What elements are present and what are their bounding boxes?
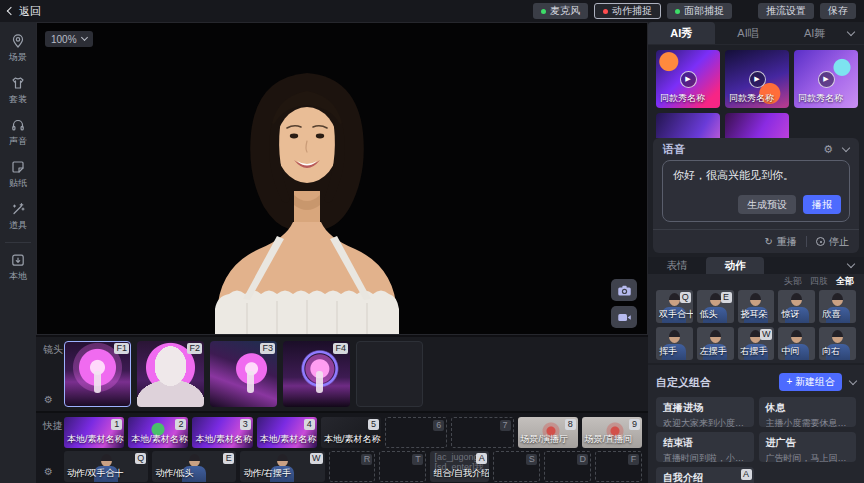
microphone-button[interactable]: 麦克风 <box>533 3 588 19</box>
shortcut-slot[interactable]: 9场景/直播间 <box>582 417 642 448</box>
action-item[interactable]: W右摆手 <box>738 327 775 360</box>
combo-collapse-chevron-icon[interactable] <box>849 376 857 384</box>
shortcut-label: 场景/演播厅 <box>521 433 569 446</box>
action-item[interactable]: 中间 <box>778 327 815 360</box>
shortcut-slot[interactable]: 5本地/素材名称 <box>321 417 381 448</box>
combo-card-title: 直播进场 <box>663 401 747 415</box>
tab-action[interactable]: 动作 <box>706 257 764 274</box>
shortcut-slot-combo[interactable]: [ac_jugong][sd_enter]我叫小…A组合/自我介绍 <box>430 451 489 482</box>
combo-card[interactable]: A 自我介绍 [ac_jugong][sd_enter]我叫小… <box>656 467 754 483</box>
ai-show-card-partial[interactable] <box>656 113 720 138</box>
action-item[interactable]: 左摆手 <box>697 327 734 360</box>
shortcut-slot-empty[interactable]: R <box>329 451 376 482</box>
ai-show-card[interactable]: ▶ 同款秀名称 <box>656 50 720 108</box>
shortcut-slot-empty[interactable]: 7 <box>451 417 513 448</box>
combo-card[interactable]: 休息 主播小度需要休息一下，请稍等… <box>759 397 857 427</box>
shortcut-label: 组合/自我介绍 <box>433 467 489 480</box>
sidebar-item-props[interactable]: 道具 <box>0 196 36 238</box>
action-item[interactable]: 欣喜 <box>819 290 856 323</box>
camera-slot[interactable]: F4 <box>283 341 350 407</box>
tab-ai-show[interactable]: AI秀 <box>648 22 715 44</box>
back-button[interactable]: 返回 <box>8 4 41 19</box>
camera-slot[interactable]: F1 <box>64 341 131 407</box>
shortcut-label: 本地/素材名称 <box>195 433 252 446</box>
shortcut-slot-empty[interactable]: 6 <box>385 417 447 448</box>
shortcut-slot-empty[interactable]: T <box>379 451 426 482</box>
action-item[interactable]: E低头 <box>697 290 734 323</box>
shortcut-slot[interactable]: 8场景/演播厅 <box>518 417 578 448</box>
back-label: 返回 <box>19 4 41 19</box>
ai-show-card-partial[interactable] <box>725 113 789 138</box>
shortcut-slot-action[interactable]: Q动作/双手合十 <box>64 451 148 482</box>
left-sidebar: 场景 套装 声音 贴纸 道具 本地 <box>0 22 36 483</box>
camera-slot[interactable]: F3 <box>210 341 277 407</box>
voice-collapse-chevron-icon[interactable] <box>842 143 850 151</box>
replay-label: 重播 <box>777 235 797 249</box>
broadcast-button[interactable]: 播报 <box>803 195 841 214</box>
combo-card[interactable]: 直播进场 欢迎大家来到小度直播间[ac/… <box>656 397 754 427</box>
shortcut-slot[interactable]: 2本地/素材名称 <box>128 417 188 448</box>
shortcuts-settings-gear-icon[interactable]: ⚙ <box>44 466 53 477</box>
stop-label: 停止 <box>829 235 849 249</box>
screenshot-camera-button[interactable] <box>611 279 637 301</box>
hotkey-badge: E <box>721 292 732 303</box>
motion-capture-button[interactable]: 动作捕捉 <box>594 3 661 19</box>
camera-slot[interactable]: F2 <box>137 341 204 407</box>
avatar-viewport[interactable]: 100% <box>36 22 648 335</box>
action-item[interactable]: 惊讶 <box>778 290 815 323</box>
replay-button[interactable]: ↻ 重播 <box>765 235 797 249</box>
camera-settings-gear-icon[interactable]: ⚙ <box>44 394 53 405</box>
filter-all[interactable]: 全部 <box>836 275 854 288</box>
shortcut-slot-empty[interactable]: S <box>493 451 540 482</box>
action-item[interactable]: 向右 <box>819 327 856 360</box>
sidebar-item-local[interactable]: 本地 <box>0 247 36 289</box>
ai-show-card[interactable]: ▶ 同款秀名称 <box>725 50 789 108</box>
footer-divider <box>806 236 807 247</box>
shortcut-slot-action[interactable]: E动作/低头 <box>152 451 236 482</box>
filter-head[interactable]: 头部 <box>784 275 802 288</box>
generate-preset-button[interactable]: 生成预设 <box>738 195 796 214</box>
action-item[interactable]: 挠耳朵 <box>738 290 775 323</box>
ai-show-card[interactable]: ▶ 同款秀名称 <box>794 50 858 108</box>
shortcut-slot-action[interactable]: W动作/右摆手 <box>240 451 324 482</box>
ai-show-card-label: 同款秀名称 <box>660 92 705 105</box>
action-item[interactable]: Q双手合十 <box>656 290 693 323</box>
hotkey-badge: F2 <box>187 343 202 354</box>
sidebar-item-scene[interactable]: 场景 <box>0 28 36 70</box>
shortcut-slot-empty[interactable]: D <box>544 451 591 482</box>
ai-panel-collapse-button[interactable] <box>848 22 864 44</box>
ai-show-card-label: 同款秀名称 <box>798 92 843 105</box>
tab-ai-sing[interactable]: AI唱 <box>715 22 782 44</box>
sidebar-item-sticker[interactable]: 贴纸 <box>0 154 36 196</box>
new-combo-button[interactable]: + 新建组合 <box>779 373 842 391</box>
combo-card-title: 休息 <box>766 401 850 415</box>
stop-button[interactable]: 停止 <box>816 235 849 249</box>
shortcut-slot[interactable]: 1本地/素材名称 <box>64 417 124 448</box>
shortcut-slot[interactable]: 4本地/素材名称 <box>257 417 317 448</box>
sidebar-item-outfit[interactable]: 套装 <box>0 70 36 112</box>
shortcut-slot-empty[interactable]: F <box>595 451 642 482</box>
viewport-zoom-dropdown[interactable]: 100% <box>45 31 93 47</box>
hotkey-badge: W <box>760 329 773 340</box>
save-button[interactable]: 保存 <box>820 3 856 19</box>
shortcut-row-1: 1本地/素材名称 2本地/素材名称 3本地/素材名称 4本地/素材名称 5本地/… <box>64 417 642 448</box>
hotkey-badge: 5 <box>368 419 379 430</box>
tab-ai-dance[interactable]: AI舞 <box>781 22 848 44</box>
combo-card-desc: 广告时间，马上回来[ac/huishou] <box>766 452 850 462</box>
action-item[interactable]: 挥手 <box>656 327 693 360</box>
voice-settings-gear-icon[interactable]: ⚙ <box>823 143 833 156</box>
voice-text-input[interactable]: 你好，很高兴能见到你。 生成预设 播报 <box>662 160 850 222</box>
combo-card-title: 结束语 <box>663 436 747 450</box>
combo-card[interactable]: 结束语 直播时间到啦，小度要跟大家说… <box>656 432 754 462</box>
filter-limbs[interactable]: 四肢 <box>810 275 828 288</box>
record-video-button[interactable] <box>611 306 637 328</box>
action-collapse-button[interactable] <box>848 257 864 274</box>
stream-settings-button[interactable]: 推流设置 <box>758 3 814 19</box>
combo-card[interactable]: 进广告 广告时间，马上回来[ac/huishou] <box>759 432 857 462</box>
face-capture-button[interactable]: 面部捕捉 <box>667 3 732 19</box>
tab-expression[interactable]: 表情 <box>648 257 706 274</box>
camera-slot-empty[interactable] <box>356 341 423 407</box>
hotkey-badge: Q <box>680 292 691 303</box>
sidebar-item-voice[interactable]: 声音 <box>0 112 36 154</box>
shortcut-slot[interactable]: 3本地/素材名称 <box>192 417 252 448</box>
